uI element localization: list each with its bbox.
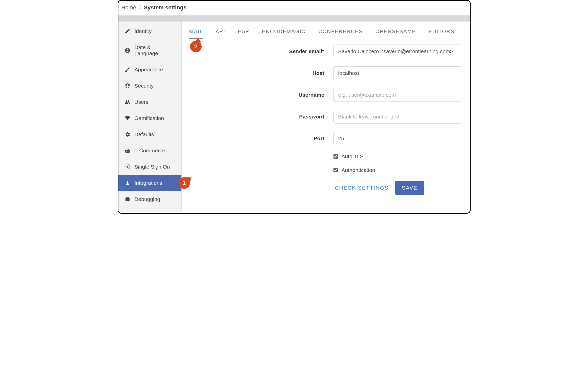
host-input[interactable] [333, 66, 462, 80]
sidebar-item-sso[interactable]: Single Sign On [118, 159, 181, 175]
breadcrumb: Home / System settings [118, 1, 470, 15]
breadcrumb-separator: / [139, 4, 141, 11]
check-settings-button[interactable]: CHECK SETTINGS [333, 181, 390, 194]
edit-icon [124, 28, 131, 34]
sidebar-item-label: Appearance [135, 67, 163, 73]
sidebar-item-defaults[interactable]: Defaults [118, 126, 181, 143]
divider-bar [118, 15, 470, 22]
sidebar-item-label: e-Commerce [135, 148, 165, 154]
sidebar-item-label: Gamification [135, 115, 164, 121]
sidebar: Identity Date & Language Appearance Secu… [118, 22, 182, 212]
tab-opensesame[interactable]: OPENSESAME [375, 29, 416, 39]
authentication-label: Authentication [342, 167, 375, 173]
trophy-icon [124, 115, 131, 121]
sidebar-item-gamification[interactable]: Gamification [118, 110, 181, 126]
tab-conferences[interactable]: CONFERENCES [319, 29, 363, 39]
sidebar-item-users[interactable]: Users [118, 94, 181, 110]
basket-icon [124, 148, 131, 154]
signin-icon [124, 164, 131, 170]
sidebar-item-label: Single Sign On [135, 164, 170, 170]
annotation-bubble-2: 2 [190, 41, 202, 52]
sidebar-item-security[interactable]: Security [118, 78, 181, 94]
sidebar-item-label: Defaults [135, 131, 154, 137]
autotls-label: Auto TLS [342, 153, 364, 159]
brush-icon [124, 67, 131, 73]
sender-email-input[interactable] [333, 45, 462, 58]
flask-icon [124, 180, 131, 186]
save-button[interactable]: SAVE [395, 181, 424, 195]
sidebar-item-integrations[interactable]: Integrations [118, 175, 181, 191]
authentication-checkbox[interactable] [333, 168, 338, 172]
tab-encodemagic[interactable]: ENCODEMAGIC [262, 29, 306, 39]
sidebar-item-label: Integrations [135, 180, 162, 186]
sidebar-item-label: Security [135, 83, 154, 89]
mail-form: Sender email* Host Username [182, 39, 462, 195]
username-label: Username [182, 92, 333, 98]
annotation-bubble-1: 1 [178, 177, 190, 189]
sidebar-item-ecommerce[interactable]: e-Commerce [118, 143, 181, 159]
gears-icon [124, 131, 131, 137]
password-input[interactable] [333, 110, 462, 124]
tabs: MAIL API H5P ENCODEMAGIC CONFERENCES OPE… [182, 22, 462, 39]
main-panel: MAIL API H5P ENCODEMAGIC CONFERENCES OPE… [182, 22, 470, 212]
annotation-number: 2 [194, 43, 197, 50]
bug-icon [124, 196, 131, 202]
users-icon [124, 99, 131, 105]
annotation-number: 1 [182, 180, 185, 186]
tab-editors[interactable]: EDITORS [429, 29, 455, 39]
sidebar-item-debugging[interactable]: Debugging [118, 191, 181, 207]
sidebar-item-identity[interactable]: Identity [118, 23, 181, 39]
port-label: Port [182, 135, 333, 141]
sidebar-item-label: Users [135, 99, 149, 105]
password-label: Password [182, 114, 333, 120]
breadcrumb-current: System settings [144, 4, 187, 11]
tab-api[interactable]: API [216, 29, 225, 39]
port-input[interactable] [333, 132, 462, 145]
sidebar-item-appearance[interactable]: Appearance [118, 62, 181, 78]
incognito-icon [124, 83, 131, 89]
username-input[interactable] [333, 88, 462, 102]
sidebar-item-label: Debugging [135, 196, 160, 202]
autotls-checkbox[interactable] [333, 154, 338, 159]
sidebar-item-label: Identity [135, 28, 152, 34]
sidebar-item-date-language[interactable]: Date & Language [118, 39, 181, 62]
tab-h5p[interactable]: H5P [238, 29, 249, 39]
sender-email-label: Sender email* [182, 48, 333, 54]
globe-icon [124, 47, 131, 53]
host-label: Host [182, 70, 333, 76]
breadcrumb-home[interactable]: Home [121, 4, 136, 11]
sidebar-item-label: Date & Language [135, 44, 176, 56]
